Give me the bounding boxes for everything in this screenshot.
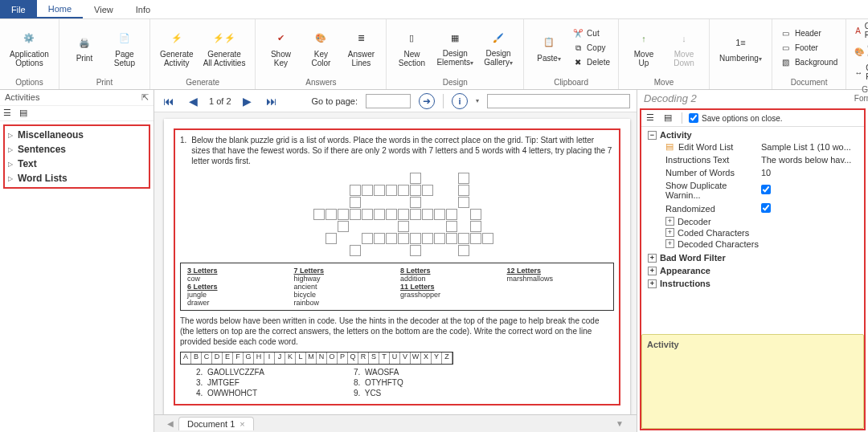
sub-decoder[interactable]: +Decoder	[648, 216, 858, 227]
save-on-close-checkbox[interactable]	[689, 113, 698, 123]
panel-pin-icon[interactable]: ⇱	[141, 92, 149, 103]
generate-all-button[interactable]: ⚡⚡ Generate All Activities	[199, 27, 251, 69]
word-list-table: 3 Letters7 Letters8 Letters12 Letters co…	[180, 263, 614, 311]
goto-page-input[interactable]	[366, 94, 411, 108]
activity-word-lists[interactable]: ▷Word Lists	[8, 171, 145, 185]
lines-icon: ≣	[351, 29, 371, 48]
document-viewport[interactable]: 1. Below the blank puzzle grid is a list…	[154, 112, 637, 414]
clipboard-icon: 📋	[539, 33, 559, 52]
document-tabs: ◀ Document 1× ▼	[154, 414, 637, 432]
sub-coded-characters[interactable]: +Coded Characters	[648, 227, 858, 238]
font-icon: A	[854, 25, 862, 36]
application-options-button[interactable]: ⚙️ Application Options	[5, 27, 54, 69]
global-fonts-button[interactable]: AGlobal Fonts	[851, 21, 868, 40]
arrow-down-icon: ↓	[674, 29, 694, 48]
double-bolt-icon: ⚡⚡	[215, 29, 234, 48]
activities-panel: Activities⇱ ☰ ▤ ▷Miscellaneous ▷Sentence…	[0, 90, 154, 432]
group-options-label: Options	[0, 76, 59, 89]
group-document-label: Document	[772, 76, 845, 89]
properties-panel: Decoding 2 ☰ ▤ Save options on close. −A…	[637, 90, 868, 432]
prop-number-of-words[interactable]: Number of Words10	[648, 166, 858, 179]
list-view-icon[interactable]: ▤	[19, 108, 31, 119]
close-tab-icon[interactable]: ×	[240, 419, 244, 429]
key-color-button[interactable]: 🎨 Key Color	[301, 27, 341, 69]
generate-activity-button[interactable]: ⚡ Generate Activity	[155, 27, 199, 69]
randomized-checkbox[interactable]	[761, 203, 771, 213]
arrow-up-icon: ↑	[634, 29, 653, 48]
code-line: 2. GAOLLVCZZFA7. WAOSFA	[196, 368, 614, 377]
numbering-icon: 1≡	[731, 33, 750, 52]
background-button[interactable]: ▧Background	[777, 56, 841, 69]
decode-instructions: The words below have been written in cod…	[180, 316, 614, 347]
global-rtl-button[interactable]: ↔Global RTL	[851, 63, 868, 82]
activities-list: ▷Miscellaneous ▷Sentences ▷Text ▷Word Li…	[3, 124, 150, 189]
activity-text[interactable]: ▷Text	[8, 157, 145, 171]
tree-view-icon[interactable]: ☰	[3, 108, 14, 119]
group-print-label: Print	[59, 76, 149, 89]
section-appearance[interactable]: +Appearance	[648, 266, 858, 275]
palette-icon: 🎨	[854, 46, 864, 57]
activity-sentences[interactable]: ▷Sentences	[8, 142, 145, 157]
tab-home[interactable]: Home	[37, 0, 83, 18]
properties-title: Decoding 2	[637, 90, 868, 107]
prop-duplicate-warning[interactable]: Show Duplicate Warnin...	[648, 179, 858, 202]
page-setup-button[interactable]: 📄 Page Setup	[104, 27, 145, 69]
new-section-button[interactable]: ▯ New Section	[391, 27, 432, 69]
group-answers-label: Answers	[256, 76, 386, 89]
header-icon: ▭	[780, 28, 792, 39]
prop-randomized[interactable]: Randomized	[648, 202, 858, 216]
paste-button[interactable]: 📋 Paste▾	[529, 31, 569, 65]
dup-warning-checkbox[interactable]	[761, 185, 771, 194]
document-tab-1[interactable]: Document 1×	[178, 417, 254, 430]
footer-button[interactable]: ▭Footer	[777, 42, 841, 55]
design-elements-button[interactable]: ▦ Design Elements▾	[432, 26, 478, 69]
page-nav-bar: ⏮ ◀ 1 of 2 ▶ ⏭ Go to page: ➜ i▾	[154, 90, 637, 112]
prev-page-button[interactable]: ◀	[185, 93, 201, 109]
activity-miscellaneous[interactable]: ▷Miscellaneous	[8, 128, 145, 142]
check-icon: ✔	[271, 29, 290, 48]
goto-page-button[interactable]: ➜	[419, 93, 435, 109]
design-gallery-button[interactable]: 🖌️ Design Gallery▾	[478, 26, 518, 69]
answer-lines-button[interactable]: ≣ Answer Lines	[341, 27, 381, 69]
section-instructions[interactable]: +Instructions	[648, 279, 858, 288]
show-key-button[interactable]: ✔ Show Key	[260, 27, 301, 69]
numbering-button[interactable]: 1≡ Numbering▾	[714, 31, 767, 65]
info-button[interactable]: i	[452, 93, 468, 109]
bolt-icon: ⚡	[167, 29, 186, 48]
section-icon: ▯	[402, 29, 421, 48]
move-down-button[interactable]: ↓ Move Down	[664, 27, 704, 69]
code-line: 3. JMTGEF8. OTYHFTQ	[196, 378, 614, 387]
last-page-button[interactable]: ⏭	[264, 93, 280, 109]
tab-view[interactable]: View	[83, 0, 125, 18]
first-page-button[interactable]: ⏮	[161, 93, 177, 109]
alphabet-row: ABCDEFGHIJKLMNOPQRSTUVWXYZ	[180, 352, 453, 365]
delete-button[interactable]: ✖Delete	[569, 56, 613, 69]
question-1-text: Below the blank puzzle grid is a list of…	[191, 135, 614, 166]
search-input[interactable]	[487, 94, 630, 108]
scissors-icon: ✂️	[572, 28, 583, 39]
group-generate-label: Generate	[150, 76, 256, 89]
ribbon: ⚙️ Application Options Options 🖨️ Print …	[0, 19, 868, 90]
sub-decoded-characters[interactable]: +Decoded Characters	[648, 238, 858, 250]
save-on-close-option[interactable]: Save options on close.	[689, 113, 783, 123]
menu-tabs: File Home View Info	[0, 0, 868, 19]
move-up-button[interactable]: ↑ Move Up	[624, 27, 664, 69]
section-bad-word-filter[interactable]: +Bad Word Filter	[648, 253, 858, 263]
global-colors-button[interactable]: 🎨Global Colors	[851, 42, 868, 61]
gear-icon: ⚙️	[19, 29, 39, 48]
tab-info[interactable]: Info	[125, 0, 162, 18]
delete-icon: ✖	[572, 57, 583, 68]
copy-button[interactable]: ⧉Copy	[569, 42, 613, 55]
print-button[interactable]: 🖨️ Print	[64, 31, 104, 64]
prop-instructions-text[interactable]: Instructions TextThe words below hav...	[648, 153, 858, 166]
header-button[interactable]: ▭Header	[777, 27, 841, 40]
prop-edit-word-list[interactable]: ▤Edit Word ListSample List 1 (10 wo...	[648, 140, 858, 153]
cut-button[interactable]: ✂️Cut	[569, 27, 613, 40]
section-activity[interactable]: −Activity	[648, 130, 858, 140]
tab-file[interactable]: File	[0, 0, 37, 18]
document-area: ⏮ ◀ 1 of 2 ▶ ⏭ Go to page: ➜ i▾ 1.	[154, 90, 637, 432]
gallery-icon: 🖌️	[489, 28, 508, 47]
props-tree-icon[interactable]: ☰	[646, 112, 657, 124]
props-sort-icon[interactable]: ▤	[664, 112, 675, 124]
next-page-button[interactable]: ▶	[240, 93, 256, 109]
